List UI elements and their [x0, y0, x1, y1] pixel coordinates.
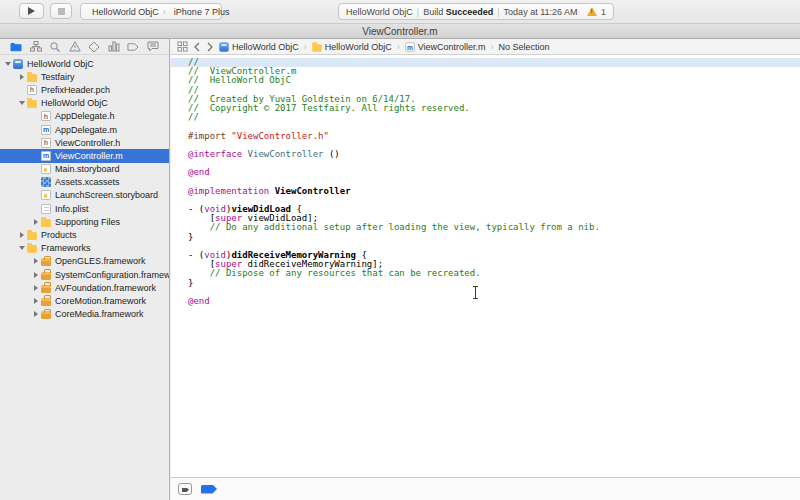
code-line[interactable]: // Copyright © 2017 Testfairy. All right…	[188, 104, 800, 113]
scheme-selector[interactable]: HelloWorld ObjC › iPhone 7 Plus	[80, 3, 222, 20]
project-file-tree: HelloWorld ObjCTestfairyhPrefixHeader.pc…	[0, 55, 169, 500]
plist-file-icon	[41, 204, 51, 214]
tree-row[interactable]: HelloWorld ObjC	[0, 57, 169, 70]
navigator-sidebar: HelloWorld ObjCTestfairyhPrefixHeader.pc…	[0, 39, 170, 500]
project-navigator-icon[interactable]	[10, 41, 22, 53]
disclosure-triangle-icon[interactable]	[18, 73, 26, 81]
jump-bar-crumb[interactable]: HelloWorld ObjC	[219, 42, 299, 52]
code-line[interactable]: @implementation ViewController	[188, 187, 800, 196]
back-chevron-icon[interactable]	[193, 42, 201, 52]
framework-icon	[41, 298, 51, 306]
disclosure-triangle-icon[interactable]	[32, 271, 40, 279]
disclosure-triangle-icon[interactable]	[32, 310, 40, 318]
window-title: ViewController.m	[362, 26, 437, 37]
symbol-navigator-icon[interactable]	[30, 41, 42, 53]
tree-row[interactable]: AVFoundation.framework	[0, 281, 169, 294]
disclosure-triangle-icon[interactable]	[32, 218, 40, 226]
tree-row-label: OpenGLES.framework	[55, 256, 146, 266]
chevron-separator: ›	[163, 7, 166, 17]
disclosure-triangle-icon[interactable]	[18, 231, 26, 239]
tree-row[interactable]: hPrefixHeader.pch	[0, 83, 169, 96]
tree-row-label: PrefixHeader.pch	[41, 85, 110, 95]
disclosure-triangle-icon[interactable]	[18, 99, 26, 107]
disclosure-spacer	[32, 191, 40, 199]
tree-row[interactable]: Testfairy	[0, 70, 169, 83]
tree-row[interactable]: Frameworks	[0, 242, 169, 255]
framework-icon	[41, 285, 51, 293]
test-navigator-icon[interactable]	[88, 41, 100, 53]
jump-bar-crumb[interactable]: No Selection	[499, 42, 550, 52]
find-navigator-icon[interactable]	[49, 41, 61, 53]
tree-row[interactable]: OpenGLES.framework	[0, 255, 169, 268]
tree-row[interactable]: Main.storyboard	[0, 163, 169, 176]
chevron-separator: ›	[397, 42, 400, 52]
tree-row[interactable]: LaunchScreen.storyboard	[0, 189, 169, 202]
tree-row[interactable]: hViewController.h	[0, 136, 169, 149]
code-line[interactable]: @end	[188, 168, 800, 177]
code-line[interactable]: @end	[188, 297, 800, 306]
folder-icon	[27, 245, 37, 253]
code-line[interactable]: // Dispose of any resources that can be …	[188, 269, 800, 278]
tree-row-label: CoreMedia.framework	[55, 309, 144, 319]
code-line[interactable]: }	[188, 279, 800, 288]
tree-row[interactable]: Products	[0, 228, 169, 241]
tree-row[interactable]: Supporting Files	[0, 215, 169, 228]
disclosure-triangle-icon[interactable]	[18, 244, 26, 252]
code-line[interactable]	[188, 288, 800, 297]
tree-row-label: ViewController.h	[55, 138, 120, 148]
disclosure-spacer	[18, 86, 26, 94]
disclosure-spacer	[32, 165, 40, 173]
tree-row[interactable]: mAppDelegate.m	[0, 123, 169, 136]
window-titlebar: ViewController.m	[0, 23, 800, 39]
tree-row[interactable]: hAppDelegate.h	[0, 110, 169, 123]
jump-bar-crumb[interactable]: HelloWorld ObjC	[312, 42, 392, 52]
related-items-icon[interactable]	[177, 41, 188, 52]
warning-count[interactable]: 1	[601, 7, 606, 17]
scheme-project-label[interactable]: HelloWorld ObjC	[92, 7, 159, 17]
code-line[interactable]: //	[188, 113, 800, 122]
stop-button[interactable]	[50, 3, 72, 19]
code-line[interactable]: #import "ViewController.h"	[188, 132, 800, 141]
forward-chevron-icon[interactable]	[206, 42, 214, 52]
debug-navigator-icon[interactable]	[108, 41, 120, 53]
tree-row-label: Products	[41, 230, 77, 240]
code-line[interactable]	[188, 159, 800, 168]
folder-icon	[41, 219, 51, 227]
report-navigator-icon[interactable]	[147, 41, 159, 53]
destination-label[interactable]: iPhone 7 Plus	[174, 7, 230, 17]
disclosure-triangle-icon[interactable]	[32, 297, 40, 305]
breakpoint-navigator-icon[interactable]	[127, 41, 139, 53]
play-icon	[28, 7, 35, 15]
project-file-icon	[13, 59, 23, 69]
tree-row[interactable]: mViewController.m	[0, 149, 169, 162]
tree-row[interactable]: Info.plist	[0, 202, 169, 215]
toolbar: HelloWorld ObjC › iPhone 7 Plus HelloWor…	[0, 0, 800, 23]
disclosure-triangle-icon[interactable]	[32, 257, 40, 265]
code-line[interactable]: // HelloWorld ObjC	[188, 76, 800, 85]
tree-row-label: Info.plist	[55, 204, 89, 214]
tree-row-label: Assets.xcassets	[55, 177, 120, 187]
code-editor-text[interactable]: //// ViewController.m// HelloWorld ObjC/…	[171, 56, 800, 477]
tree-row[interactable]: CoreMotion.framework	[0, 294, 169, 307]
xcode-window: HelloWorld ObjC › iPhone 7 Plus HelloWor…	[0, 0, 800, 500]
folder-icon	[27, 232, 37, 240]
disclosure-spacer	[32, 112, 40, 120]
run-button[interactable]	[19, 3, 44, 19]
tree-row[interactable]: CoreMedia.framework	[0, 308, 169, 321]
code-line[interactable]: }	[188, 233, 800, 242]
code-line[interactable]: // Do any additional setup after loading…	[188, 223, 800, 232]
jump-bar-crumb[interactable]: mViewController.m	[405, 42, 486, 52]
code-line[interactable]: @interface ViewController ()	[188, 150, 800, 159]
tree-row[interactable]: Assets.xcassets	[0, 176, 169, 189]
disclosure-triangle-icon[interactable]	[4, 60, 12, 68]
breakpoint-gutter-toggle-icon[interactable]	[178, 483, 192, 495]
status-divider: |	[417, 7, 419, 17]
warning-icon[interactable]	[587, 7, 597, 16]
tree-row[interactable]: HelloWorld ObjC	[0, 97, 169, 110]
disclosure-triangle-icon[interactable]	[32, 284, 40, 292]
tree-row[interactable]: SystemConfiguration.framework	[0, 268, 169, 281]
disclosure-spacer	[32, 139, 40, 147]
issue-navigator-icon[interactable]	[69, 41, 81, 53]
implementation-file-icon: m	[41, 151, 51, 161]
breakpoint-icon[interactable]	[201, 485, 217, 494]
